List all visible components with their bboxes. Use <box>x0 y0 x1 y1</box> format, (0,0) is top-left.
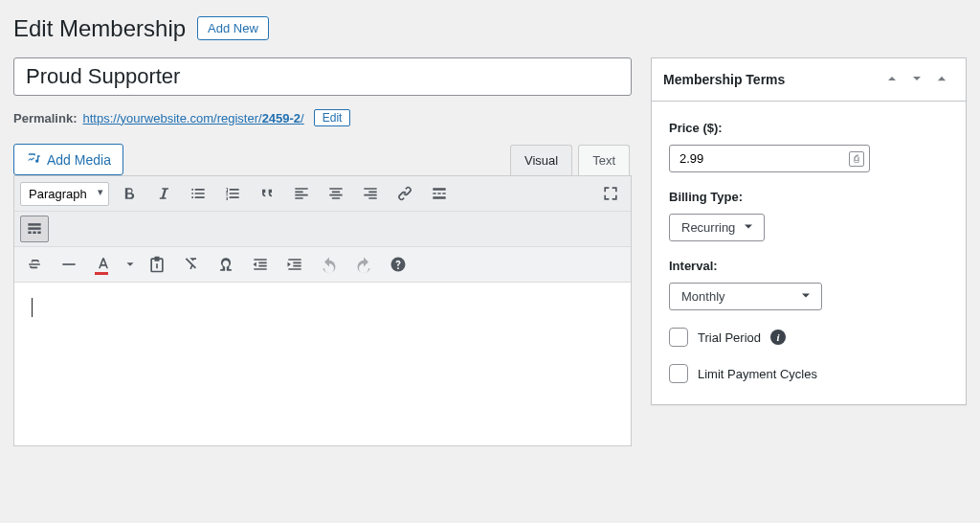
text-cursor <box>32 298 33 317</box>
toolbar-row-3 <box>14 247 631 283</box>
align-center-button[interactable] <box>322 180 350 207</box>
add-new-button[interactable]: Add New <box>197 16 269 40</box>
metabox-body: Price ($): ⎙ Billing Type: Recurring Int… <box>652 102 966 404</box>
limit-cycles-label: Limit Payment Cycles <box>698 367 817 381</box>
metabox-header: Membership Terms <box>652 58 966 102</box>
redo-button[interactable] <box>349 251 378 278</box>
strikethrough-button[interactable] <box>20 251 49 278</box>
add-media-label: Add Media <box>47 152 111 168</box>
align-left-button[interactable] <box>287 180 316 207</box>
chevron-up-icon <box>884 71 900 89</box>
toggle-panel-button[interactable] <box>929 68 954 91</box>
permalink-row: Permalink: https://yourwebsite.com/regis… <box>13 109 632 126</box>
move-down-button[interactable] <box>904 68 929 91</box>
number-autofill-icon: ⎙ <box>849 151 864 167</box>
chevron-down-icon <box>741 218 756 237</box>
indent-button[interactable] <box>280 251 309 278</box>
interval-value: Monthly <box>681 289 725 304</box>
undo-button[interactable] <box>315 251 344 278</box>
svg-rect-0 <box>28 223 40 226</box>
clear-formatting-button[interactable] <box>177 251 206 278</box>
info-icon[interactable]: i <box>770 330 786 345</box>
editor: Paragraph <box>13 175 632 446</box>
trial-period-label: Trial Period <box>698 330 761 345</box>
toolbar-row-2 <box>14 212 631 247</box>
text-color-button[interactable] <box>89 251 118 278</box>
main-column: Permalink: https://yourwebsite.com/regis… <box>13 57 632 446</box>
fullscreen-button[interactable] <box>596 180 625 207</box>
svg-rect-5 <box>62 263 75 265</box>
price-label: Price ($): <box>669 121 948 135</box>
tab-text[interactable]: Text <box>578 145 630 175</box>
membership-terms-metabox: Membership Terms Price ($): ⎙ <box>651 57 967 405</box>
svg-rect-4 <box>37 232 40 235</box>
svg-rect-2 <box>28 232 31 235</box>
page-title: Edit Membership <box>13 10 186 46</box>
permalink-base-link[interactable]: https://yourwebsite.com/register/ <box>82 111 261 125</box>
sidebar-column: Membership Terms Price ($): ⎙ <box>651 57 967 405</box>
price-input[interactable] <box>669 145 870 172</box>
italic-button[interactable] <box>149 180 178 207</box>
svg-rect-1 <box>28 227 40 230</box>
limit-cycles-checkbox[interactable] <box>669 364 688 383</box>
permalink-label: Permalink: <box>13 111 77 125</box>
post-title-input[interactable] <box>13 57 632 96</box>
tab-visual[interactable]: Visual <box>510 145 572 175</box>
read-more-button[interactable] <box>425 180 454 207</box>
permalink-slug[interactable]: 2459-2 <box>262 111 301 125</box>
help-button[interactable] <box>384 251 412 278</box>
caret-up-icon <box>935 72 948 88</box>
toolbar-row-1: Paragraph <box>14 176 631 212</box>
camera-music-icon <box>26 150 41 169</box>
paste-text-button[interactable] <box>143 251 171 278</box>
billing-type-value: Recurring <box>681 220 735 235</box>
blockquote-button[interactable] <box>253 180 281 207</box>
text-color-dropdown[interactable] <box>123 251 137 278</box>
hr-button[interactable] <box>55 251 83 278</box>
trial-period-checkbox[interactable] <box>669 328 688 347</box>
bullet-list-button[interactable] <box>184 180 212 207</box>
interval-select[interactable]: Monthly <box>669 283 822 310</box>
metabox-title: Membership Terms <box>663 72 880 87</box>
link-button[interactable] <box>390 180 419 207</box>
permalink-trail[interactable]: / <box>301 111 304 125</box>
interval-label: Interval: <box>669 259 948 273</box>
align-right-button[interactable] <box>356 180 385 207</box>
editor-content-area[interactable] <box>14 283 631 445</box>
billing-type-select[interactable]: Recurring <box>669 214 765 241</box>
svg-rect-3 <box>33 232 35 235</box>
bold-button[interactable] <box>115 180 144 207</box>
outdent-button[interactable] <box>246 251 275 278</box>
toolbar-toggle-button[interactable] <box>20 216 49 242</box>
text-color-swatch <box>95 272 108 275</box>
numbered-list-button[interactable] <box>218 180 247 207</box>
chevron-down-icon <box>798 287 813 306</box>
billing-type-label: Billing Type: <box>669 190 948 204</box>
special-char-button[interactable] <box>212 251 240 278</box>
format-select[interactable]: Paragraph <box>20 182 109 206</box>
edit-slug-button[interactable]: Edit <box>314 109 351 126</box>
move-up-button[interactable] <box>880 68 904 91</box>
add-media-button[interactable]: Add Media <box>13 144 123 175</box>
chevron-down-icon <box>909 71 924 89</box>
